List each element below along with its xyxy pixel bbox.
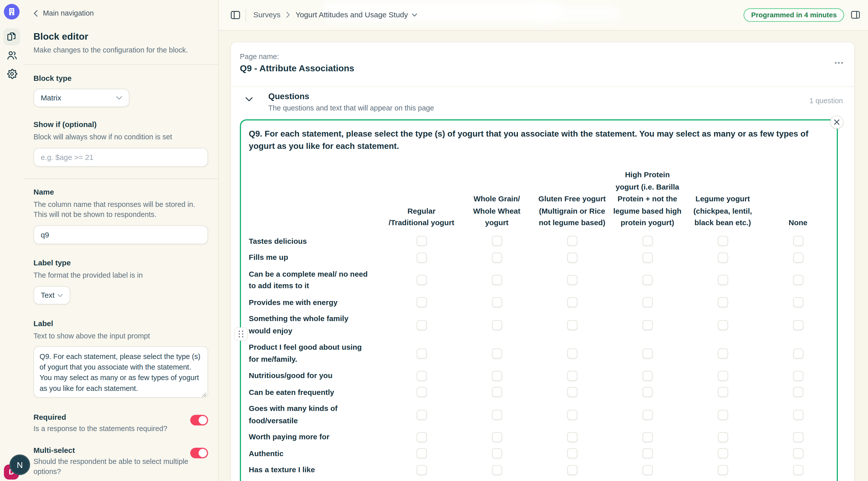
- matrix-checkbox[interactable]: [416, 275, 427, 285]
- name-input[interactable]: [33, 225, 208, 244]
- matrix-checkbox[interactable]: [643, 297, 652, 307]
- matrix-checkbox[interactable]: [793, 320, 803, 330]
- matrix-checkbox[interactable]: [567, 253, 577, 263]
- matrix-checkbox[interactable]: [416, 253, 427, 263]
- block-type-select[interactable]: Matrix: [33, 89, 129, 107]
- matrix-checkbox[interactable]: [718, 275, 727, 285]
- multi-select-toggle[interactable]: [190, 448, 208, 458]
- matrix-checkbox[interactable]: [793, 297, 803, 307]
- matrix-checkbox[interactable]: [492, 297, 502, 307]
- matrix-checkbox[interactable]: [492, 448, 502, 458]
- matrix-cell: [610, 275, 685, 285]
- matrix-checkbox[interactable]: [567, 432, 577, 442]
- matrix-checkbox[interactable]: [492, 432, 502, 442]
- matrix-checkbox[interactable]: [793, 387, 803, 397]
- matrix-cell: [384, 432, 459, 442]
- matrix-checkbox[interactable]: [643, 320, 652, 330]
- matrix-checkbox[interactable]: [416, 371, 427, 381]
- matrix-checkbox[interactable]: [567, 297, 577, 307]
- matrix-checkbox[interactable]: [643, 387, 652, 397]
- matrix-checkbox[interactable]: [718, 348, 727, 358]
- matrix-checkbox[interactable]: [416, 236, 427, 246]
- matrix-checkbox[interactable]: [718, 432, 727, 442]
- matrix-checkbox[interactable]: [567, 387, 577, 397]
- matrix-checkbox[interactable]: [492, 410, 502, 419]
- matrix-checkbox[interactable]: [567, 348, 577, 358]
- matrix-checkbox[interactable]: [718, 236, 727, 246]
- matrix-checkbox[interactable]: [567, 275, 577, 285]
- matrix-checkbox[interactable]: [643, 410, 652, 419]
- matrix-checkbox[interactable]: [718, 297, 727, 307]
- panel-right-toggle[interactable]: [851, 10, 860, 20]
- matrix-checkbox[interactable]: [643, 371, 652, 381]
- matrix-checkbox[interactable]: [492, 275, 502, 285]
- matrix-checkbox[interactable]: [416, 432, 427, 442]
- sidebar-item-people[interactable]: [3, 47, 20, 64]
- matrix-checkbox[interactable]: [793, 236, 803, 246]
- matrix-checkbox[interactable]: [416, 297, 427, 307]
- show-if-input[interactable]: [33, 148, 208, 167]
- matrix-checkbox[interactable]: [567, 448, 577, 458]
- matrix-checkbox[interactable]: [793, 275, 803, 285]
- matrix-checkbox[interactable]: [718, 387, 727, 397]
- label-textarea[interactable]: Q9. For each statement, please select th…: [33, 346, 208, 397]
- matrix-checkbox[interactable]: [567, 465, 577, 475]
- breadcrumb-surveys[interactable]: Surveys: [253, 10, 280, 19]
- matrix-checkbox[interactable]: [643, 253, 652, 263]
- matrix-checkbox[interactable]: [416, 410, 427, 419]
- back-to-main-navigation[interactable]: Main navigation: [33, 9, 208, 17]
- matrix-checkbox[interactable]: [643, 432, 652, 442]
- page-menu-button[interactable]: ...: [835, 56, 844, 65]
- matrix-checkbox[interactable]: [567, 410, 577, 419]
- matrix-checkbox[interactable]: [416, 448, 427, 458]
- required-toggle[interactable]: [190, 415, 208, 425]
- matrix-checkbox[interactable]: [492, 348, 502, 358]
- matrix-checkbox[interactable]: [567, 320, 577, 330]
- matrix-checkbox[interactable]: [643, 465, 652, 475]
- matrix-checkbox[interactable]: [567, 236, 577, 246]
- matrix-checkbox[interactable]: [416, 348, 427, 358]
- matrix-checkbox[interactable]: [643, 275, 652, 285]
- matrix-checkbox[interactable]: [793, 348, 803, 358]
- sidebar-item-pages[interactable]: [3, 28, 20, 45]
- matrix-checkbox[interactable]: [793, 410, 803, 419]
- matrix-checkbox[interactable]: [718, 320, 727, 330]
- matrix-checkbox[interactable]: [718, 465, 727, 475]
- matrix-checkbox[interactable]: [492, 236, 502, 246]
- matrix-checkbox[interactable]: [718, 410, 727, 419]
- matrix-checkbox[interactable]: [416, 465, 427, 475]
- matrix-cell: [534, 410, 610, 419]
- avatar[interactable]: N: [9, 454, 30, 475]
- matrix-checkbox[interactable]: [567, 371, 577, 381]
- matrix-checkbox[interactable]: [643, 348, 652, 358]
- matrix-checkbox[interactable]: [492, 253, 502, 263]
- matrix-checkbox[interactable]: [793, 448, 803, 458]
- collapse-questions-button[interactable]: [245, 97, 253, 101]
- matrix-checkbox[interactable]: [492, 465, 502, 475]
- matrix-checkbox[interactable]: [492, 371, 502, 381]
- block-type-label: Block type: [33, 74, 208, 82]
- drag-handle[interactable]: [234, 327, 248, 341]
- workspace-logo[interactable]: [4, 4, 20, 20]
- breadcrumb-current[interactable]: Yogurt Attitudes and Usage Study: [296, 10, 417, 19]
- matrix-checkbox[interactable]: [718, 253, 727, 263]
- matrix-checkbox[interactable]: [492, 320, 502, 330]
- matrix-checkbox[interactable]: [416, 320, 427, 330]
- sidebar-item-settings[interactable]: [3, 65, 20, 82]
- matrix-checkbox[interactable]: [643, 448, 652, 458]
- remove-question-button[interactable]: [830, 116, 843, 129]
- matrix-checkbox[interactable]: [793, 371, 803, 381]
- panel-left-toggle[interactable]: [230, 10, 240, 20]
- matrix-checkbox[interactable]: [793, 465, 803, 475]
- matrix-checkbox[interactable]: [718, 448, 727, 458]
- matrix-cell: [685, 253, 761, 263]
- matrix-checkbox[interactable]: [718, 371, 727, 381]
- label-type-select[interactable]: Text: [33, 286, 70, 304]
- matrix-cell: [610, 410, 685, 419]
- matrix-checkbox[interactable]: [416, 387, 427, 397]
- matrix-checkbox[interactable]: [793, 432, 803, 442]
- matrix-checkbox[interactable]: [793, 253, 803, 263]
- matrix-checkbox[interactable]: [643, 236, 652, 246]
- matrix-table: Regular /Traditional yogurtWhole Grain/ …: [249, 169, 837, 481]
- matrix-checkbox[interactable]: [492, 387, 502, 397]
